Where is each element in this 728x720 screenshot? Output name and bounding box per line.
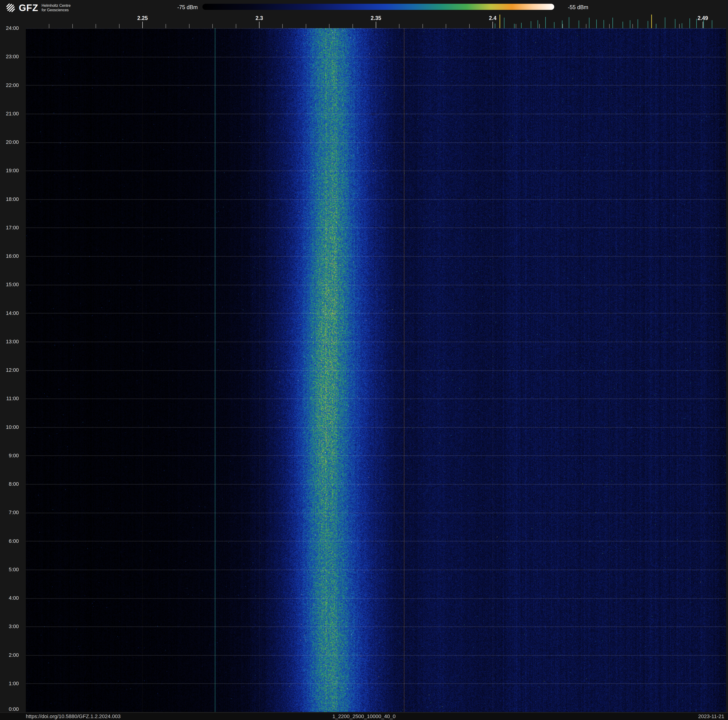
time-tick-label: 13:00 [0, 339, 19, 345]
time-tick-label: 11:00 [0, 395, 19, 401]
signal-marker-tick [596, 20, 597, 28]
freq-minor-tick [422, 24, 423, 28]
time-tick-label: 16:00 [0, 253, 19, 259]
signal-marker-tick [545, 17, 546, 28]
time-tick-label: 1:00 [0, 680, 19, 686]
freq-minor-tick [96, 24, 96, 28]
time-tick-label: 21:00 [0, 111, 19, 117]
freq-major-tick [492, 21, 493, 28]
signal-marker-tick [712, 20, 712, 28]
freq-minor-tick [446, 24, 446, 28]
time-tick-label: 10:00 [0, 424, 19, 430]
spectrogram-canvas [26, 28, 726, 712]
time-tick-label: 24:00 [0, 25, 19, 31]
signal-marker-tick [579, 20, 579, 28]
colorbar-max-label: -55 dBm [568, 4, 588, 11]
freq-minor-tick [632, 24, 633, 28]
time-tick-label: 8:00 [0, 481, 19, 487]
footer-bar: https://doi.org/10.5880/GFZ.1.2.2024.003… [0, 712, 728, 720]
freq-minor-tick [399, 24, 399, 28]
signal-marker-tick [495, 23, 495, 28]
signal-marker-tick [656, 24, 656, 28]
time-tick-label: 22:00 [0, 82, 19, 88]
gfz-subtitle-line2: for Geosciences [41, 8, 71, 12]
dataset-filename: 1_2200_2500_10000_40_0 [332, 714, 396, 720]
signal-marker-tick [569, 17, 569, 28]
gfz-subtitle-line1: Helmholtz Centre [41, 3, 71, 8]
freq-major-tick [376, 21, 376, 28]
signal-marker-tick [531, 21, 531, 28]
time-tick-label: 14:00 [0, 310, 19, 316]
doi-link[interactable]: https://doi.org/10.5880/GFZ.1.2.2024.003 [26, 714, 121, 720]
signal-marker-tick [589, 18, 589, 28]
signal-marker-tick [538, 20, 538, 28]
freq-minor-tick [679, 24, 680, 28]
time-tick-label: 3:00 [0, 623, 19, 630]
freq-major-tick [142, 21, 143, 28]
time-tick-label: 23:00 [0, 54, 19, 60]
freq-major-tick [703, 21, 703, 28]
signal-marker-accent-tick [500, 15, 500, 28]
signal-marker-tick [690, 18, 690, 28]
signal-marker-tick [514, 24, 514, 28]
freq-minor-tick [563, 24, 563, 28]
freq-minor-tick [306, 24, 306, 28]
freq-minor-tick [282, 24, 283, 28]
time-tick-label: 19:00 [0, 167, 19, 174]
signal-marker-tick [554, 22, 554, 28]
date-label: 2023-11-21 [698, 714, 724, 720]
time-tick-label: 0:00 [0, 706, 19, 712]
time-axis: 24:0023:0022:0021:0020:0019:0018:0017:00… [0, 0, 23, 720]
freq-minor-tick [119, 24, 119, 28]
signal-marker-tick [665, 17, 665, 28]
signal-marker-tick [562, 20, 563, 28]
frequency-axis [26, 14, 726, 28]
signal-marker-tick [622, 21, 623, 28]
freq-minor-tick [329, 24, 329, 28]
time-tick-label: 5:00 [0, 567, 19, 573]
time-tick-label: 4:00 [0, 595, 19, 601]
signal-marker-tick [504, 18, 505, 28]
signal-marker-tick [604, 20, 604, 28]
freq-minor-tick [352, 24, 353, 28]
signal-marker-tick [630, 20, 630, 28]
freq-minor-tick [516, 24, 516, 28]
time-tick-label: 15:00 [0, 282, 19, 288]
time-tick-label: 20:00 [0, 139, 19, 145]
gfz-subtitle: Helmholtz Centre for Geosciences [41, 3, 71, 12]
time-tick-label: 2:00 [0, 652, 19, 658]
signal-marker-tick [704, 20, 704, 28]
signal-marker-tick [612, 18, 613, 28]
time-tick-label: 17:00 [0, 225, 19, 231]
freq-minor-tick [539, 24, 540, 28]
time-tick-label: 7:00 [0, 509, 19, 516]
freq-minor-tick [72, 24, 73, 28]
freq-minor-tick [49, 24, 49, 28]
spectrogram-viewer: GFZ Helmholtz Centre for Geosciences -75… [0, 0, 728, 720]
colorbar-min-label: -75 dBm [148, 4, 198, 11]
signal-marker-tick [675, 19, 675, 28]
colorbar [202, 4, 554, 10]
freq-minor-tick [469, 24, 470, 28]
time-tick-label: 12:00 [0, 367, 19, 373]
freq-minor-tick [586, 24, 586, 28]
signal-marker-tick [682, 23, 682, 28]
signal-marker-tick [521, 23, 522, 28]
freq-minor-tick [189, 24, 190, 28]
signal-marker-tick [638, 19, 638, 28]
time-tick-label: 6:00 [0, 538, 19, 544]
signal-marker-tick [696, 19, 697, 28]
signal-marker-accent-tick [651, 15, 652, 28]
freq-major-tick [259, 21, 260, 28]
freq-minor-tick [212, 24, 213, 28]
signal-marker-tick [648, 21, 648, 28]
freq-minor-tick [609, 24, 610, 28]
time-tick-label: 9:00 [0, 453, 19, 459]
freq-minor-tick [236, 24, 236, 28]
freq-minor-tick [165, 24, 166, 28]
time-tick-label: 18:00 [0, 196, 19, 202]
